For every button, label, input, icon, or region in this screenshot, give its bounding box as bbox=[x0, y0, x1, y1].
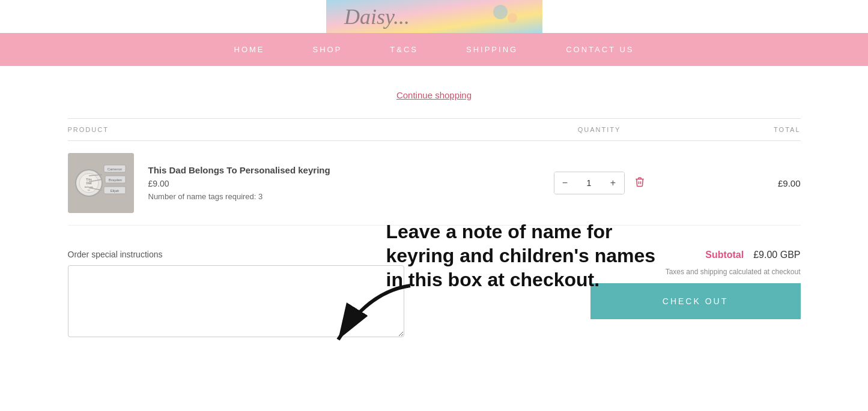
nav-tcs[interactable]: T&CS bbox=[390, 45, 418, 54]
continue-shopping-link[interactable]: Continue shopping bbox=[396, 90, 472, 100]
logo: Daisy... bbox=[326, 0, 542, 33]
checkout-col: Subtotal £9.00 GBP Taxes and shipping ca… bbox=[428, 250, 801, 319]
subtotal-row: Subtotal £9.00 GBP bbox=[705, 250, 800, 260]
svg-point-2 bbox=[493, 5, 508, 19]
cart-item-row: This Dad belongs to Cameron Brayden Elij… bbox=[68, 141, 801, 226]
item-product-col: This Dad belongs to Cameron Brayden Elij… bbox=[68, 153, 488, 213]
svg-text:Brayden: Brayden bbox=[108, 178, 121, 182]
continue-shopping-row: Continue shopping bbox=[68, 66, 801, 118]
col-header-total: TOTAL bbox=[711, 126, 801, 133]
quantity-increase-button[interactable]: + bbox=[602, 172, 624, 194]
col-header-quantity: QUANTITY bbox=[488, 126, 711, 133]
nav-home[interactable]: HOME bbox=[234, 45, 265, 54]
item-quantity-col: − 1 + bbox=[488, 172, 711, 194]
item-total: £9.00 bbox=[711, 178, 801, 188]
col-header-product: PRODUCT bbox=[68, 126, 488, 133]
svg-text:Daisy...: Daisy... bbox=[344, 5, 410, 29]
main-content: Continue shopping PRODUCT QUANTITY TOTAL… bbox=[44, 66, 825, 376]
item-price: £9.00 bbox=[148, 179, 488, 188]
taxes-note: Taxes and shipping calculated at checkou… bbox=[666, 268, 801, 276]
quantity-decrease-button[interactable]: − bbox=[554, 172, 576, 194]
logo-area: Daisy... bbox=[0, 0, 868, 33]
nav-shop[interactable]: SHOP bbox=[313, 45, 342, 54]
main-nav: HOME SHOP T&CS SHIPPING CONTACT US bbox=[0, 33, 868, 66]
bottom-section: Leave a note of name for keyring and chi… bbox=[68, 226, 801, 376]
item-name: This Dad Belongs To Personalised keyring bbox=[148, 165, 488, 175]
nav-contact[interactable]: CONTACT US bbox=[566, 45, 634, 54]
special-instructions-col: Order special instructions bbox=[68, 250, 404, 340]
subtotal-amount: £9.00 GBP bbox=[753, 250, 800, 260]
quantity-control: − 1 + bbox=[554, 172, 625, 194]
svg-text:Elijah: Elijah bbox=[110, 189, 119, 193]
svg-text:Cameron: Cameron bbox=[107, 167, 122, 171]
cart-headers: PRODUCT QUANTITY TOTAL bbox=[68, 118, 801, 141]
checkout-button[interactable]: CHECK OUT bbox=[590, 283, 801, 319]
subtotal-label: Subtotal bbox=[705, 250, 744, 260]
delete-item-button[interactable] bbox=[634, 176, 645, 190]
special-instructions-label: Order special instructions bbox=[68, 250, 404, 259]
svg-point-3 bbox=[508, 13, 517, 23]
item-details: This Dad Belongs To Personalised keyring… bbox=[148, 165, 488, 201]
special-instructions-textarea[interactable] bbox=[68, 265, 404, 337]
item-image: This Dad belongs to Cameron Brayden Elij… bbox=[68, 153, 134, 213]
quantity-value: 1 bbox=[576, 172, 602, 194]
item-note: Number of name tags required: 3 bbox=[148, 192, 488, 201]
nav-shipping[interactable]: SHIPPING bbox=[466, 45, 518, 54]
